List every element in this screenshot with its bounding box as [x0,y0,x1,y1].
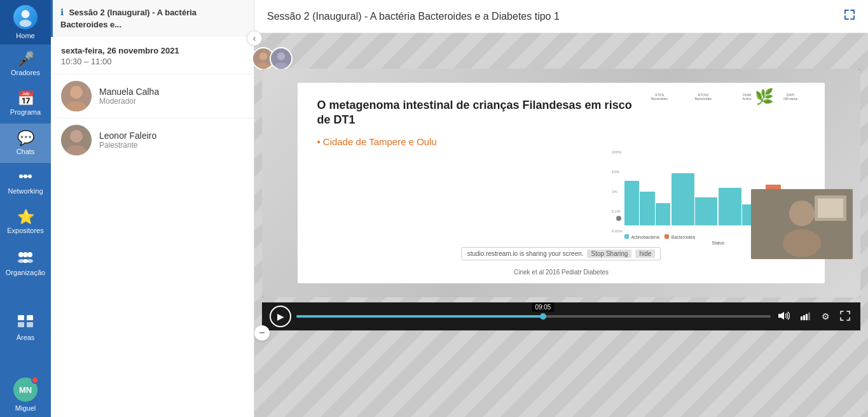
session-title: Sessão 2 (Inaugural) - A bactéria Bacter… [60,8,196,29]
signal-bars-icon [797,311,814,322]
svg-point-30 [277,52,285,60]
session-date: sexta-feira, 26 novembro 2021 [51,46,254,55]
slide-cursor [616,216,621,221]
svg-point-21 [70,130,83,143]
slide-inner: O metagenoma intestinal de crianças Fila… [298,83,824,284]
user-name-label: Miguel [15,404,36,412]
svg-rect-40 [806,314,808,320]
info-icon: ℹ [60,7,64,17]
speaker-1-name: Manuela Calha [99,87,159,97]
presenter-thumbnail [751,189,853,259]
sidebar-item-oradores[interactable]: 🎤 Oradores [0,45,51,84]
group-icon [17,250,34,266]
svg-rect-15 [18,322,24,327]
main-title: Sessão 2 (Inaugural) - A bactéria Bacter… [267,11,560,22]
main-content: Sessão 2 (Inaugural) - A bactéria Bacter… [254,0,868,417]
sidebar-item-organizacao[interactable]: Organização [0,242,51,284]
sharing-notice: studio.restream.io is sharing your scree… [462,247,661,260]
sidebar-item-networking[interactable]: Networking [0,163,51,202]
panel-collapse-button[interactable]: ‹ [247,31,262,46]
sidebar-item-home[interactable]: Home [0,0,51,45]
speaker-1-avatar [61,81,92,111]
svg-rect-14 [27,315,33,320]
stop-sharing-button[interactable]: Stop Sharing [588,250,632,258]
attendee-avatar-2 [270,47,293,70]
sidebar-item-chats-label: Chats [17,148,35,155]
microphone-icon: 🎤 [17,52,34,66]
video-player: O metagenoma intestinal de crianças Fila… [262,69,860,297]
progress-thumb [540,313,546,320]
notification-dot [31,376,39,384]
speaker-2-avatar [61,125,92,155]
sidebar-item-organizacao-label: Organização [6,269,45,276]
svg-point-8 [27,252,32,257]
sidebar-item-chats[interactable]: 💬 Chats [0,124,51,163]
fullscreen-icon[interactable] [837,311,853,323]
svg-rect-41 [808,313,810,320]
user-profile[interactable]: MN Miguel [0,371,51,417]
svg-point-33 [789,201,815,226]
speaker-2-role: Palestrante [99,141,156,150]
speaker-2-name: Leonor Faleiro [99,131,156,141]
sidebar-item-areas-label: Áreas [17,334,35,341]
sidebar: Home 🎤 Oradores 📅 Programa 💬 Chats Netwo… [0,0,51,417]
svg-point-9 [23,252,28,257]
speaker-1-info: Manuela Calha Moderador [99,87,159,106]
calendar-icon: 📅 [17,92,34,106]
play-button[interactable]: ▶ [270,306,291,327]
star-icon: ⭐ [17,210,34,224]
presenter-video [751,189,853,259]
svg-rect-16 [27,322,33,327]
speaker-2-info: Leonor Faleiro Palestrante [99,131,156,150]
sidebar-item-expositores-label: Expositores [7,227,43,234]
minus-button[interactable]: − [254,325,270,341]
svg-point-7 [18,252,24,257]
sidebar-item-programa-label: Programa [10,108,41,116]
main-header: Sessão 2 (Inaugural) - A bactéria Bacter… [254,0,868,33]
svg-point-3 [28,174,32,178]
svg-point-12 [22,259,29,263]
svg-rect-13 [18,315,24,320]
sidebar-item-expositores[interactable]: ⭐ Expositores [0,202,51,242]
sidebar-item-areas[interactable]: Áreas [0,307,51,349]
video-container: O metagenoma intestinal de crianças Fila… [254,33,868,417]
session-info-box: ℹ Sessão 2 (Inaugural) - A bactéria Bact… [51,0,254,37]
progress-fill [296,315,543,318]
legend-actinobacteria: Actinobacteria [624,234,659,239]
attendee-avatars [252,47,850,70]
session-panel: ℹ Sessão 2 (Inaugural) - A bactéria Bact… [51,0,254,417]
slide-source: Cinek et al 2016 Pediatr Diabetes [514,269,609,276]
svg-point-18 [70,86,83,99]
hide-button[interactable]: hide [635,250,655,258]
expand-icon[interactable] [844,9,855,24]
slide-title: O metagenoma intestinal de crianças Fila… [317,98,634,128]
svg-rect-36 [818,199,843,218]
speaker-2: Leonor Faleiro Palestrante [51,118,254,162]
progress-bar[interactable]: 09:05 [296,315,771,318]
volume-icon[interactable] [776,311,792,322]
time-tooltip: 09:05 [532,302,554,312]
legend-bacteroidea: Bacteroidea [665,234,695,239]
sidebar-item-home-label: Home [16,32,34,39]
video-controls: ▶ 09:05 [262,302,860,330]
chat-icon: 💬 [17,131,34,145]
areas-icon [17,315,34,331]
svg-rect-37 [778,314,781,318]
svg-point-1 [19,20,31,27]
user-avatar: MN [13,378,38,402]
svg-rect-39 [803,315,805,320]
networking-icon [18,171,33,185]
speaker-1: Manuela Calha Moderador [51,74,254,118]
home-logo [13,5,38,29]
svg-point-0 [22,10,30,18]
session-time: 10:30 – 11:00 [51,55,254,74]
svg-point-34 [783,229,821,257]
sidebar-item-networking-label: Networking [8,187,43,195]
svg-point-27 [259,52,267,60]
speaker-1-role: Moderador [99,97,159,106]
sidebar-item-oradores-label: Oradores [11,69,40,76]
slide-area: O metagenoma intestinal de crianças Fila… [262,69,860,297]
sidebar-item-programa[interactable]: 📅 Programa [0,84,51,124]
settings-icon[interactable]: ⚙ [819,311,832,322]
svg-rect-38 [801,316,803,320]
